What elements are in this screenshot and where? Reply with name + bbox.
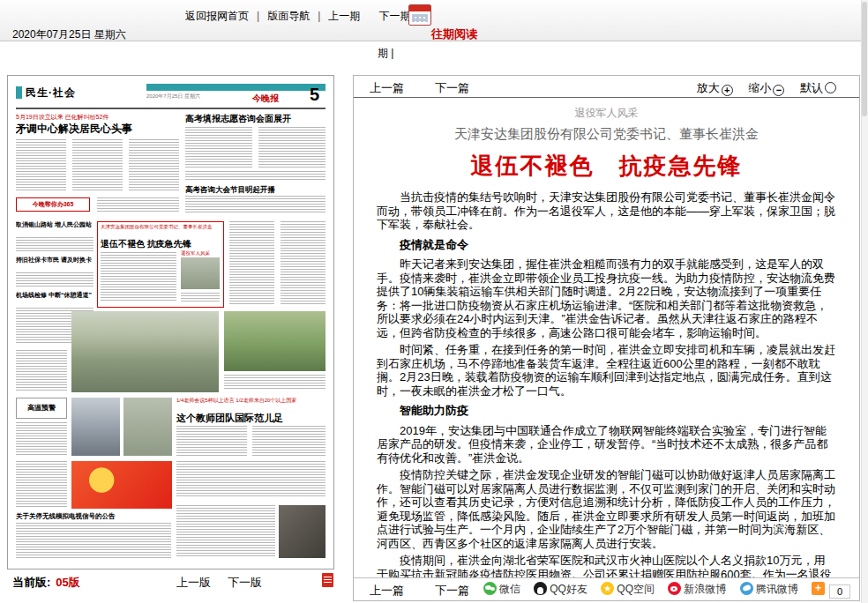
text-lines-placeholder <box>16 422 67 456</box>
article-paragraph: 当抗击疫情的集结号吹响时，天津安达集团股份有限公司党委书记、董事长崔洪金闻令而动… <box>377 190 836 232</box>
wechat-icon <box>483 582 497 595</box>
nav-separator: | <box>257 10 259 22</box>
thumb-ad-banner <box>71 461 172 509</box>
share-count[interactable]: 0 <box>829 584 850 599</box>
text-lines-placeholder <box>16 272 94 288</box>
share-tencent-weibo-label: 腾讯微博 <box>756 583 798 595</box>
sina-weibo-icon <box>668 582 681 595</box>
article-toolbar: 上一篇 下一篇 放大+ 缩小− 默认 <box>354 76 859 98</box>
pdf-icon[interactable] <box>322 573 333 587</box>
share-more-button[interactable] <box>812 583 827 595</box>
share-tencent-weibo-button[interactable]: 腾讯微博 <box>740 583 798 595</box>
nav-home-link[interactable]: 返回报网首页 <box>185 10 249 22</box>
thumb-article-kicker: 5月19日设立以来 已化解纠纷52件 <box>16 113 108 122</box>
share-qq-button[interactable]: QQ好友 <box>534 583 587 595</box>
share-bar: 上一篇 下一篇 微信 QQ好友 QQ空间 新浪微博 腾讯微博 0 <box>354 577 859 600</box>
page-scrollbar[interactable] <box>861 0 868 603</box>
share-qq-label: QQ好友 <box>550 583 587 595</box>
text-lines-placeholder <box>16 237 94 253</box>
top-nav: 返回报网首页|版面导航|上一期 下一期 <box>185 9 411 24</box>
tencent-weibo-icon <box>740 582 753 595</box>
article-section-heading: 疫情就是命令 <box>377 238 836 252</box>
thumb-photo-street <box>71 311 219 392</box>
thumb-article-title: 退伍不褪色 抗疫急先锋 <box>101 238 191 250</box>
thumb-article-selected[interactable]: 天津安达集团股份有限公司党委书记、董事长崔洪金 退伍不褪色 抗疫急先锋 退役军人… <box>97 221 224 308</box>
thumb-article-title: 矛调中心解决居民心头事 <box>16 122 132 137</box>
page-scrollbar-thumb[interactable] <box>862 2 867 116</box>
article-paragraph: 疫情防控关键之际，崔洪金发现企业研发的智能门磁可以协助做好返津人员居家隔离工作。… <box>377 468 836 550</box>
article-header: 退役军人风采 天津安达集团股份有限公司党委书记、董事长崔洪金 退伍不褪色 抗疫急… <box>377 106 836 182</box>
share-sina-weibo-button[interactable]: 新浪微博 <box>668 583 726 595</box>
qzone-icon <box>601 582 614 595</box>
calendar-icon[interactable] <box>408 4 431 26</box>
zoom-in-button[interactable]: 放大+ <box>697 81 733 94</box>
thumb-article-notice[interactable]: 关于关停无线模拟电视信号的公告 <box>16 512 171 561</box>
share-wechat-button[interactable]: 微信 <box>483 583 520 595</box>
masthead-rule <box>16 108 326 109</box>
paper-logo: 今晚报 <box>252 93 279 105</box>
prev-article-link-bottom[interactable]: 上一篇 <box>370 583 404 599</box>
next-page-link[interactable]: 下一版 <box>228 575 262 591</box>
share-buttons: 微信 QQ好友 QQ空间 新浪微博 腾讯微博 0 <box>473 582 850 599</box>
share-sina-weibo-label: 新浪微博 <box>684 583 726 595</box>
zoom-default-label: 默认 <box>800 81 823 94</box>
article-paragraph: 时间紧、任务重，在接到任务的第一时间，崔洪金立即安排司机和车辆，凌晨就出发赶到石… <box>377 343 836 398</box>
text-lines-placeholder <box>16 350 67 391</box>
text-lines-placeholder <box>252 426 326 456</box>
masthead-strip <box>146 84 326 91</box>
text-lines-placeholder <box>16 523 171 558</box>
section-mark <box>16 86 22 99</box>
thumb-help-box: 今晚帮你办365 <box>16 197 90 212</box>
text-lines-placeholder <box>16 139 66 192</box>
thumb-article-title: 机场线检修 中断“休憩通道” <box>16 292 94 299</box>
qq-icon <box>534 582 547 595</box>
article-paragraph: 2019年，安达集团与中国联通合作成立了物联网智能终端联合实验室，专门进行智能居… <box>377 424 836 465</box>
article-section-heading: 智能助力防疫 <box>377 404 836 418</box>
page-thumbnail-panel[interactable]: 民生·社会 2020年7月25日 星期六 今晚报 5 5月19日设立以来 已化解… <box>7 75 334 570</box>
text-lines-placeholder <box>185 127 252 168</box>
thumb-article-title: 这个教师团队国际范儿足 <box>176 412 283 425</box>
thumb-article-gaokao[interactable]: 高考填报志愿咨询会面展开 高考咨询大会节目明起开播 <box>185 113 326 215</box>
epaper-reader-page: 返回报网首页|版面导航|上一期 下一期 2020年07月25日 星期六 往期阅读… <box>0 0 868 603</box>
text-lines-placeholder <box>176 461 326 498</box>
thumb-photo <box>181 257 220 289</box>
prev-page-link[interactable]: 上一版 <box>176 575 211 591</box>
share-qzone-label: QQ空间 <box>617 583 655 595</box>
nav-separator <box>368 10 370 22</box>
zoom-default-button[interactable]: 默认 <box>800 81 836 94</box>
thumb-article-title: 高考填报志愿咨询会面展开 <box>185 113 291 125</box>
text-lines-placeholder <box>176 505 275 558</box>
article-content: 退役军人风采 天津安达集团股份有限公司党委书记、董事长崔洪金 退伍不褪色 抗疫急… <box>354 99 859 577</box>
thumb-photo-person <box>279 505 326 558</box>
next-article-link-bottom[interactable]: 下一篇 <box>435 583 469 599</box>
article-paragraph: 疫情期间，崔洪金向湖北省荣军医院和武汉市火神山医院以个人名义捐款10万元，用于购… <box>377 554 836 577</box>
thumb-article-title: 持旧社保卡市民 请及时换卡 <box>16 257 94 264</box>
thumb-article-title: 关于关停无线模拟电视信号的公告 <box>16 512 116 521</box>
nav-layout-link[interactable]: 版面导航 <box>267 10 310 22</box>
prev-article-link[interactable]: 上一篇 <box>370 80 404 96</box>
issue-suffix-label: 期 | <box>378 46 393 61</box>
thumb-photo-street2 <box>123 398 172 456</box>
masthead-dateline: 2020年7月25日 星期六 <box>146 93 200 100</box>
current-page-label: 当前版:05版 <box>12 575 80 591</box>
zoom-default-icon <box>825 82 836 93</box>
issue-date: 2020年07月25日 星期六 <box>12 27 126 42</box>
article-title: 退伍不褪色 抗疫急先锋 <box>377 151 836 182</box>
text-lines-placeholder <box>185 196 326 213</box>
nav-next-issue-link[interactable]: 下一期 <box>379 10 411 22</box>
thumb-photo-crowd <box>71 398 120 456</box>
text-lines-placeholder <box>101 252 176 302</box>
zoom-out-label: 缩小 <box>748 81 771 94</box>
zoom-out-icon: − <box>773 85 784 96</box>
share-qzone-button[interactable]: QQ空间 <box>601 583 655 595</box>
current-page-value: 05版 <box>56 576 79 589</box>
past-issues-link[interactable]: 往期阅读 <box>431 26 477 42</box>
thumb-article-maodiao[interactable]: 5月19日设立以来 已化解纠纷52件 矛调中心解决居民心头事 今晚帮你办365 <box>16 113 180 215</box>
text-lines-placeholder <box>185 171 326 182</box>
nav-prev-issue-link[interactable]: 上一期 <box>328 10 360 22</box>
top-bar: 返回报网首页|版面导航|上一期 下一期 2020年07月25日 星期六 往期阅读 <box>0 0 868 41</box>
thumb-article-teacher[interactable]: 1/4老师会说5种以上语言 1/2老师来自20个以上国家 这个教师团队国际范儿足 <box>176 398 326 500</box>
next-article-link[interactable]: 下一篇 <box>435 80 469 96</box>
text-lines-placeholder <box>181 293 220 302</box>
zoom-out-button[interactable]: 缩小− <box>748 81 784 94</box>
